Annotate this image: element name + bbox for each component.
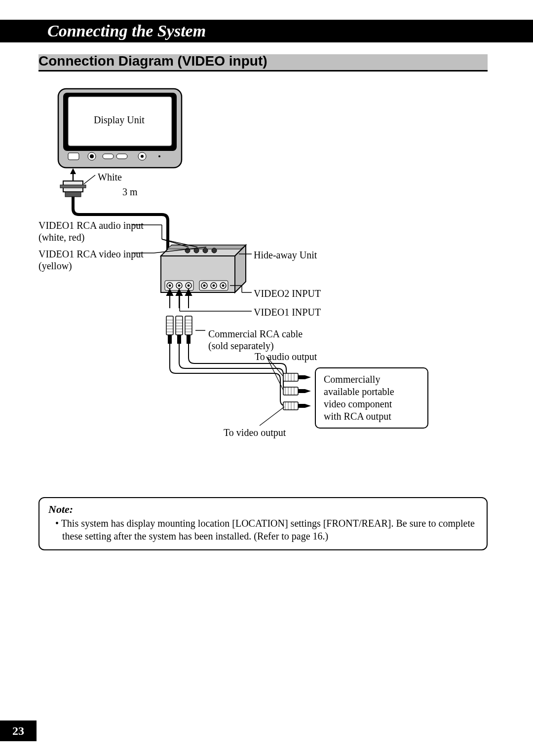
- svg-marker-87: [305, 404, 311, 408]
- device-line2: available portable: [324, 386, 419, 398]
- svg-line-102: [260, 407, 284, 426]
- label-length: 3 m: [122, 186, 138, 198]
- label-hideaway: Hide-away Unit: [254, 249, 317, 261]
- svg-point-28: [169, 285, 171, 287]
- svg-rect-14: [60, 185, 86, 188]
- label-white: White: [98, 171, 122, 183]
- device-line1: Commercially: [324, 373, 419, 386]
- svg-rect-80: [283, 387, 298, 395]
- label-rca-cable-line1: Commercial RCA cable: [208, 328, 303, 340]
- svg-rect-6: [103, 154, 114, 159]
- section-title: Connection Diagram (VIDEO input): [38, 53, 267, 69]
- device-box: Commercially available portable video co…: [315, 367, 428, 429]
- connection-diagram: Display Unit White 3 m VIDEO1 RCA audio …: [38, 86, 488, 471]
- svg-point-19: [194, 248, 199, 253]
- label-to-audio: To audio output: [255, 351, 317, 363]
- svg-point-36: [213, 285, 215, 287]
- note-heading: Note:: [48, 503, 478, 516]
- device-line3: video component: [324, 398, 419, 410]
- svg-marker-12: [70, 168, 76, 174]
- svg-rect-81: [283, 402, 298, 410]
- svg-marker-86: [305, 389, 311, 393]
- svg-rect-83: [298, 389, 305, 393]
- svg-rect-15: [65, 192, 81, 197]
- label-display-unit: Display Unit: [92, 114, 147, 126]
- svg-point-30: [188, 285, 190, 287]
- svg-rect-79: [283, 373, 298, 381]
- svg-point-9: [141, 155, 144, 158]
- note-box: Note: • This system has display mounting…: [38, 497, 488, 550]
- section-rule: [38, 70, 488, 72]
- svg-rect-82: [298, 375, 305, 379]
- label-video2-input: VIDEO2 INPUT: [254, 288, 321, 300]
- label-video1-video-line1: VIDEO1 RCA video input: [38, 248, 144, 260]
- svg-point-21: [212, 248, 217, 253]
- label-video1-audio-line1: VIDEO1 RCA audio input: [38, 219, 144, 232]
- svg-marker-85: [305, 375, 311, 379]
- svg-rect-62: [187, 335, 190, 344]
- svg-point-35: [203, 285, 206, 287]
- svg-point-29: [178, 285, 181, 287]
- page-number: 23: [0, 720, 37, 741]
- label-video1-audio-line2: (white, red): [38, 231, 84, 244]
- label-to-video: To video output: [224, 427, 286, 439]
- svg-point-20: [203, 248, 208, 253]
- svg-rect-3: [68, 153, 79, 160]
- svg-rect-61: [177, 335, 181, 344]
- note-body: • This system has display mounting locat…: [48, 517, 478, 542]
- svg-rect-84: [298, 404, 305, 408]
- svg-line-38: [84, 175, 95, 184]
- svg-rect-60: [168, 335, 172, 344]
- label-video1-input: VIDEO1 INPUT: [254, 306, 321, 319]
- svg-rect-7: [116, 154, 127, 159]
- label-video1-video-line2: (yellow): [38, 260, 72, 272]
- svg-point-10: [158, 155, 160, 157]
- svg-point-37: [222, 285, 225, 287]
- chapter-title: Connecting the System: [47, 20, 206, 42]
- svg-point-5: [90, 154, 94, 158]
- device-line4: with RCA output: [324, 410, 419, 423]
